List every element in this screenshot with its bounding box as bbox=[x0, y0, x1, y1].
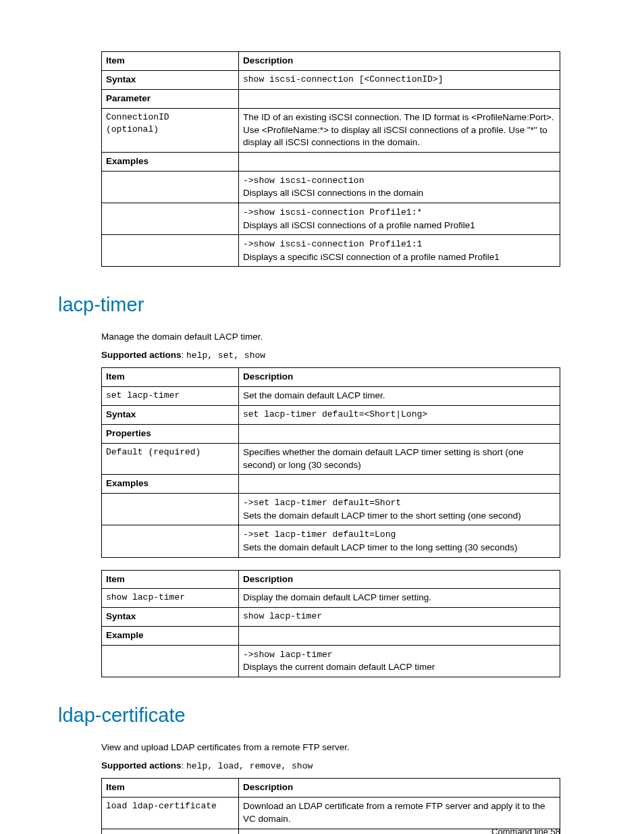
text: Displays the current domain default LACP… bbox=[243, 662, 435, 672]
text: Displays all iSCSI connections of a prof… bbox=[243, 220, 475, 230]
code: ->show iscsi-connection Profile1:1 bbox=[243, 239, 422, 249]
table-header: Description bbox=[239, 778, 560, 797]
cell-value: ->show iscsi-connection Profile1:* Displ… bbox=[239, 203, 560, 235]
value: help, set, show bbox=[186, 350, 265, 361]
cell-value: set lacp-timer default=<Short|Long> bbox=[239, 405, 560, 424]
label: Supported actions bbox=[101, 350, 182, 360]
text: Displays a specific iSCSI connection of … bbox=[243, 252, 500, 262]
heading-ldap-certificate: ldap-certificate bbox=[58, 702, 560, 729]
cell-value bbox=[239, 424, 560, 443]
cell-label: Syntax bbox=[102, 70, 239, 89]
cell-label: Examples bbox=[102, 475, 239, 494]
cell-value: Display the domain default LACP timer se… bbox=[239, 589, 560, 608]
code: ->show iscsi-connection bbox=[243, 176, 364, 186]
code: ->set lacp-timer default=Long bbox=[243, 529, 396, 540]
label: Supported actions bbox=[101, 760, 182, 771]
code: ->set lacp-timer default=Short bbox=[243, 498, 401, 508]
table-header: Item bbox=[102, 52, 239, 71]
cell-empty bbox=[102, 172, 239, 203]
table-header: Description bbox=[239, 570, 560, 589]
table-header: Item bbox=[102, 778, 239, 797]
supported-actions: Supported actions: help, load, remove, s… bbox=[101, 760, 560, 773]
cell-value: show lacp-timer bbox=[239, 608, 560, 627]
intro-text: View and upload LDAP certificates from a… bbox=[101, 741, 560, 754]
intro-text: Manage the domain default LACP timer. bbox=[101, 331, 560, 344]
code: ->show lacp-timer bbox=[243, 650, 333, 660]
supported-actions: Supported actions: help, set, show bbox=[101, 349, 560, 362]
cell-value bbox=[239, 627, 560, 646]
cell-value bbox=[239, 89, 560, 108]
cell-empty bbox=[102, 203, 239, 235]
page-footer: Command line 58 bbox=[491, 826, 560, 834]
text: Displays all iSCSI connections in the do… bbox=[243, 188, 423, 198]
table-header: Description bbox=[239, 368, 560, 387]
cell-value: ->show iscsi-connection Profile1:1 Displ… bbox=[239, 235, 560, 267]
table-header: Item bbox=[102, 570, 239, 589]
text: ConnectionID bbox=[106, 112, 169, 122]
value: help, load, remove, show bbox=[186, 761, 313, 771]
cell-value: ->set lacp-timer default=Short Sets the … bbox=[239, 494, 560, 525]
cell-label: set lacp-timer bbox=[102, 387, 239, 406]
cell-empty bbox=[102, 235, 239, 267]
cell-label: Syntax bbox=[102, 608, 239, 627]
table-show-lacp-timer: Item Description show lacp-timer Display… bbox=[101, 570, 560, 678]
cell-empty bbox=[102, 646, 239, 677]
cell-label: load ldap-certificate bbox=[102, 797, 239, 829]
cell-label: Syntax bbox=[102, 405, 239, 424]
table-header: Item bbox=[102, 368, 239, 387]
text: Sets the domain default LACP timer to th… bbox=[243, 511, 521, 521]
cell-empty bbox=[102, 494, 239, 525]
text: (optional) bbox=[106, 124, 159, 134]
cell-value: ->show iscsi-connection Displays all iSC… bbox=[239, 172, 560, 203]
cell-value: ->show lacp-timer Displays the current d… bbox=[239, 646, 560, 677]
cell-value: Set the domain default LACP timer. bbox=[239, 387, 560, 406]
cell-value bbox=[239, 153, 560, 172]
cell-label: Syntax bbox=[102, 829, 239, 834]
cell-value: Download an LDAP certificate from a remo… bbox=[239, 797, 560, 829]
cell-label: Examples bbox=[102, 153, 239, 172]
cell-value: Specifies whether the domain default LAC… bbox=[239, 443, 560, 475]
table-header: Description bbox=[239, 52, 560, 71]
cell-value: ->set lacp-timer default=Long Sets the d… bbox=[239, 525, 560, 557]
cell-value bbox=[239, 475, 560, 494]
cell-empty bbox=[102, 525, 239, 557]
cell-label: Properties bbox=[102, 424, 239, 443]
table-set-lacp-timer: Item Description set lacp-timer Set the … bbox=[101, 367, 560, 557]
cell-value: show iscsi-connection [<ConnectionID>] bbox=[239, 70, 560, 89]
text: Sets the domain default LACP timer to th… bbox=[243, 542, 517, 552]
cell-label: Example bbox=[102, 627, 239, 646]
cell-label: show lacp-timer bbox=[102, 589, 239, 608]
cell-label: Parameter bbox=[102, 89, 239, 108]
code: ->show iscsi-connection Profile1:* bbox=[243, 207, 422, 217]
cell-value: The ID of an existing iSCSI connection. … bbox=[239, 108, 560, 153]
cell-label: ConnectionID (optional) bbox=[102, 108, 239, 153]
cell-label: Default (required) bbox=[102, 443, 239, 475]
heading-lacp-timer: lacp-timer bbox=[58, 291, 560, 319]
table-iscsi-connection: Item Description Syntax show iscsi-conne… bbox=[101, 51, 560, 267]
